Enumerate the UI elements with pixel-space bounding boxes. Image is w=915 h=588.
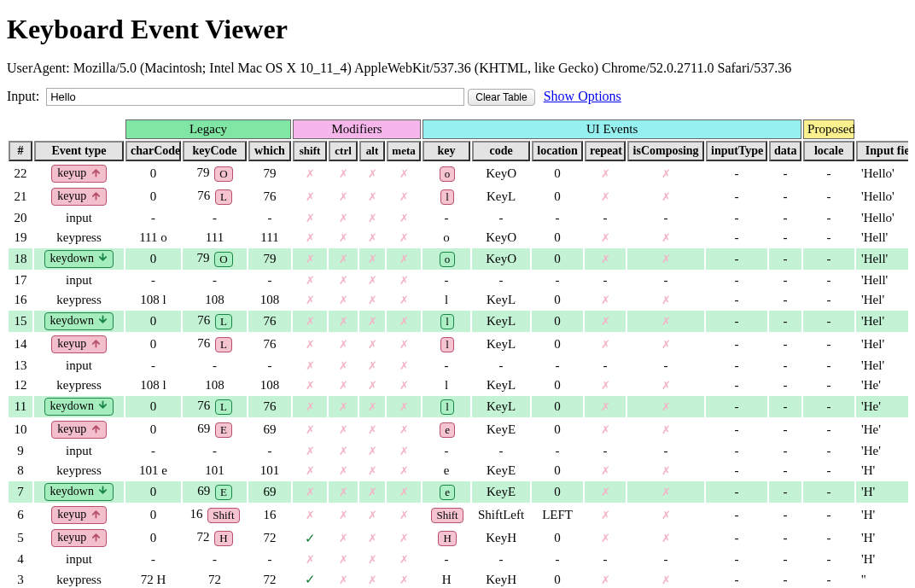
cell-iscomposing: ✗	[627, 311, 704, 332]
cell-idx: 4	[9, 550, 32, 568]
col-idx[interactable]: #	[9, 141, 32, 161]
col-event-type[interactable]: Event type	[34, 141, 124, 161]
cell-data: -	[769, 163, 801, 184]
x-icon: ✗	[368, 359, 377, 372]
cell-iscomposing: ✗	[627, 481, 704, 503]
col-shift[interactable]: shift	[293, 141, 327, 161]
key-cap: l	[440, 337, 454, 352]
x-icon: ✗	[306, 359, 315, 372]
cell-location: -	[532, 550, 583, 568]
col-inputfield[interactable]: Input field	[856, 141, 908, 161]
cell-which: 76	[248, 334, 291, 355]
cell-charcode: 0	[125, 419, 181, 440]
x-icon: ✗	[306, 167, 315, 180]
cell-inputfield: ''	[856, 570, 908, 588]
cell-code: KeyL	[472, 396, 530, 417]
col-alt[interactable]: alt	[359, 141, 385, 161]
col-repeat[interactable]: repeat	[585, 141, 626, 161]
x-icon: ✗	[399, 338, 409, 351]
x-icon: ✗	[399, 294, 409, 306]
col-which[interactable]: which	[248, 141, 291, 161]
cell-data: -	[769, 271, 801, 289]
col-iscomposing[interactable]: isComposing	[627, 141, 704, 161]
cell-event-type: input	[34, 442, 124, 460]
show-options-link[interactable]: Show Options	[544, 89, 621, 103]
col-meta[interactable]: meta	[387, 141, 421, 161]
keycode-cap: L	[215, 189, 232, 205]
cell-inputfield: 'Hel'	[856, 357, 908, 375]
input-label: Input:	[7, 89, 39, 103]
x-icon: ✗	[368, 532, 377, 544]
x-icon: ✗	[399, 212, 409, 224]
x-icon: ✗	[601, 573, 610, 586]
keycode-cap: L	[215, 337, 232, 352]
x-icon: ✗	[368, 274, 377, 287]
cell-meta: ✗	[387, 376, 421, 394]
cell-locale: -	[803, 186, 854, 207]
cell-code: -	[472, 442, 530, 460]
cell-iscomposing: ✗	[627, 229, 704, 247]
cell-locale: -	[803, 229, 854, 247]
cell-location: 0	[532, 527, 583, 549]
cell-meta: ✗	[387, 357, 421, 375]
event-type-text: keypress	[56, 573, 102, 586]
group-modifiers: Modifiers	[293, 119, 421, 139]
cell-charcode: 0	[125, 527, 181, 549]
cell-charcode: 0	[125, 334, 181, 355]
cell-keycode: -	[183, 442, 247, 460]
cell-ctrl: ✗	[329, 442, 358, 460]
col-key[interactable]: key	[423, 141, 470, 161]
cell-event-type: keypress	[34, 291, 124, 309]
cell-meta: ✗	[387, 248, 421, 270]
x-icon: ✗	[368, 423, 377, 436]
cell-charcode: 72 H	[125, 570, 181, 588]
col-keycode[interactable]: keyCode	[183, 141, 247, 161]
cell-inputtype: -	[706, 504, 767, 526]
table-row: 9input---✗✗✗✗--------'He'	[9, 442, 908, 460]
event-badge-keyup: keyup	[51, 188, 107, 206]
keyboard-input[interactable]	[46, 88, 464, 106]
cell-inputfield: 'H'	[856, 527, 908, 549]
keycode-cap: L	[215, 399, 232, 415]
col-code[interactable]: code	[472, 141, 530, 161]
table-row: 4input---✗✗✗✗--------'H'	[9, 550, 908, 568]
col-inputtype[interactable]: inputType	[706, 141, 767, 161]
cell-inputfield: 'H'	[856, 504, 908, 526]
cell-inputfield: 'Hel'	[856, 311, 908, 332]
cell-inputfield: 'He'	[856, 419, 908, 440]
cell-locale: -	[803, 163, 854, 184]
cell-which: 108	[248, 291, 291, 309]
cell-locale: -	[803, 271, 854, 289]
cell-shift: ✗	[293, 462, 327, 480]
cell-inputtype: -	[706, 248, 767, 270]
x-icon: ✗	[661, 315, 671, 328]
cell-meta: ✗	[387, 209, 421, 227]
cell-locale: -	[803, 376, 854, 394]
cell-idx: 9	[9, 442, 32, 460]
col-locale[interactable]: locale	[803, 141, 854, 161]
cell-location: 0	[532, 376, 583, 394]
clear-table-button[interactable]: Clear Table	[468, 89, 534, 106]
col-location[interactable]: location	[532, 141, 583, 161]
x-icon: ✗	[601, 190, 610, 203]
col-data[interactable]: data	[769, 141, 801, 161]
x-icon: ✗	[399, 532, 409, 544]
cell-locale: -	[803, 291, 854, 309]
table-row: 8keypress101 e101101✗✗✗✗eKeyE0✗✗---'H'	[9, 462, 908, 480]
cell-data: -	[769, 209, 801, 227]
cell-locale: -	[803, 248, 854, 270]
cell-locale: -	[803, 311, 854, 332]
cell-iscomposing: ✗	[627, 163, 704, 184]
keycode-cap: H	[214, 531, 232, 546]
x-icon: ✗	[601, 423, 610, 436]
col-charcode[interactable]: charCode	[125, 141, 181, 161]
x-icon: ✗	[339, 294, 348, 306]
cell-data: -	[769, 311, 801, 332]
cell-iscomposing: -	[627, 442, 704, 460]
cell-data: -	[769, 527, 801, 549]
cell-keycode: 16 Shift	[183, 504, 247, 526]
col-ctrl[interactable]: ctrl	[329, 141, 358, 161]
cell-idx: 17	[9, 271, 32, 289]
x-icon: ✗	[368, 573, 377, 586]
cell-event-type: keydown	[34, 481, 124, 503]
